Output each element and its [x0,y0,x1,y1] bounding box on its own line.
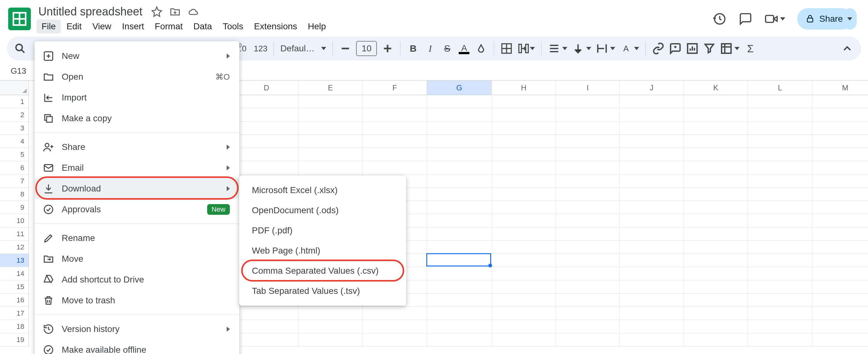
cell[interactable] [812,307,868,320]
cell[interactable] [556,122,620,135]
cell[interactable] [556,333,620,347]
row-header[interactable]: 9 [0,201,29,214]
cell[interactable] [235,122,299,135]
cell[interactable] [492,214,556,227]
cell[interactable] [492,294,556,307]
cell[interactable] [684,175,748,188]
cell[interactable] [235,333,299,347]
cell[interactable] [556,280,620,294]
cell[interactable] [427,122,492,135]
menu-edit[interactable]: Edit [61,20,87,33]
row-header[interactable]: 6 [0,161,29,175]
cell[interactable] [620,254,684,267]
toolbar-expand-icon[interactable] [841,42,854,55]
cell[interactable] [492,95,556,108]
cell[interactable] [684,161,748,175]
file-menu-new[interactable]: New [35,46,239,66]
cell[interactable] [748,135,812,148]
cell[interactable] [492,280,556,294]
file-menu-email[interactable]: Email [35,157,239,178]
cell[interactable] [427,175,492,188]
row-header[interactable]: 14 [0,267,29,280]
file-menu-make-a-copy[interactable]: Make a copy [35,108,239,129]
filter-button[interactable] [703,42,716,55]
row-header[interactable]: 5 [0,148,29,161]
cell[interactable] [812,267,868,280]
star-icon[interactable] [151,6,162,17]
cell[interactable] [556,267,620,280]
column-header[interactable]: D [235,81,299,95]
insert-chart-button[interactable] [686,42,699,55]
cell[interactable] [748,267,812,280]
download-option[interactable]: Comma Separated Values (.csv) [239,261,406,281]
cell[interactable] [556,320,620,333]
cell[interactable] [684,333,748,347]
cell[interactable] [363,122,427,135]
cell[interactable] [684,95,748,108]
cell[interactable] [427,307,492,320]
cell[interactable] [620,188,684,201]
cell[interactable] [812,320,868,333]
cell[interactable] [427,148,492,161]
cell[interactable] [556,148,620,161]
cell[interactable] [684,135,748,148]
cell[interactable] [556,241,620,254]
cell[interactable] [363,161,427,175]
cell[interactable] [492,241,556,254]
format-number-button[interactable]: 123 [254,44,267,54]
cell[interactable] [620,267,684,280]
cell[interactable] [684,241,748,254]
file-menu-move-to-trash[interactable]: Move to trash [35,290,239,311]
row-header[interactable]: 4 [0,135,29,148]
cell[interactable] [363,333,427,347]
cell[interactable] [556,294,620,307]
bold-button[interactable]: B [407,42,420,55]
cell[interactable] [812,122,868,135]
font-family-dropdown-icon[interactable] [321,47,326,50]
insert-link-button[interactable] [652,42,664,55]
row-header[interactable]: 1 [0,95,29,108]
cell[interactable] [427,254,492,267]
row-header[interactable]: 2 [0,108,29,122]
cell[interactable] [235,320,299,333]
cell[interactable] [812,241,868,254]
cell[interactable] [684,294,748,307]
history-icon[interactable] [713,12,726,26]
cell[interactable] [812,148,868,161]
file-menu-move[interactable]: Move [35,248,239,269]
cell[interactable] [748,161,812,175]
cell[interactable] [812,333,868,347]
cell[interactable] [620,307,684,320]
share-dropdown-button[interactable] [843,8,857,30]
cloud-status-icon[interactable] [188,6,199,17]
cell[interactable] [748,201,812,214]
menu-format[interactable]: Format [150,20,188,33]
cell[interactable] [235,148,299,161]
cell[interactable] [620,294,684,307]
cell[interactable] [427,108,492,122]
cell[interactable] [299,148,363,161]
wrap-dropdown-icon[interactable] [610,47,615,50]
cell[interactable] [684,280,748,294]
cell[interactable] [492,148,556,161]
file-menu-make-available-offline[interactable]: Make available offline [35,340,239,354]
font-size-input[interactable]: 10 [356,41,377,56]
menu-help[interactable]: Help [303,20,331,33]
cell[interactable] [492,333,556,347]
cell[interactable] [620,161,684,175]
cell[interactable] [299,95,363,108]
cell[interactable] [427,188,492,201]
cell[interactable] [556,254,620,267]
cell[interactable] [684,108,748,122]
cell[interactable] [235,95,299,108]
cell[interactable] [427,161,492,175]
cell[interactable] [556,161,620,175]
row-header[interactable]: 19 [0,333,29,347]
insert-comment-button[interactable] [669,42,682,55]
cell[interactable] [684,267,748,280]
cell[interactable] [748,280,812,294]
row-header[interactable]: 17 [0,307,29,320]
increase-font-size-button[interactable] [381,42,394,55]
row-header[interactable]: 16 [0,294,29,307]
select-all-corner[interactable] [0,81,29,95]
